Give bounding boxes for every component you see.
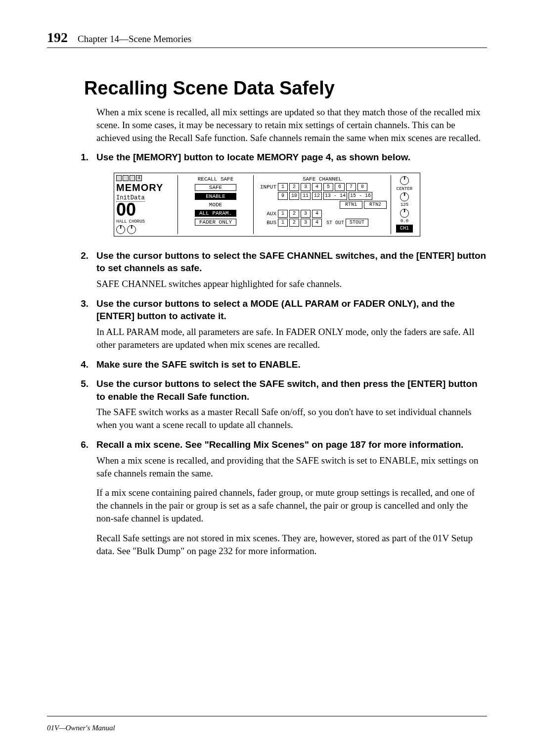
lcd-input-ch[interactable]: 11 bbox=[301, 192, 311, 200]
lcd-bus-label: BUS bbox=[258, 220, 276, 226]
lcd-input-ch[interactable]: 13 - 14 bbox=[323, 192, 347, 200]
step-number: 3. bbox=[47, 297, 96, 323]
steps-list: 1. Use the [MEMORY] button to locate MEM… bbox=[47, 151, 487, 557]
step-number: 2. bbox=[47, 249, 96, 275]
lcd-rtn2-switch[interactable]: RTN2 bbox=[364, 201, 387, 209]
lcd-center-label: CENTER bbox=[397, 187, 412, 191]
lcd-aux-label: AUX bbox=[258, 211, 276, 217]
step-body: In ALL PARAM mode, all parameters are sa… bbox=[96, 326, 487, 351]
lcd-input-ch[interactable]: 5 bbox=[323, 183, 333, 191]
lcd-input-ch[interactable]: 12 bbox=[312, 192, 322, 200]
lcd-hall-label: HALL bbox=[116, 219, 127, 224]
knob-icon bbox=[400, 192, 409, 201]
lcd-far-value: 0.0 bbox=[400, 219, 408, 224]
lcd-input-ch[interactable]: 4 bbox=[312, 183, 322, 191]
lcd-stout-label: ST OUT bbox=[326, 220, 344, 226]
lcd-rtn1-switch[interactable]: RTN1 bbox=[340, 201, 362, 209]
step-instruction: Use the [MEMORY] button to locate MEMORY… bbox=[96, 151, 487, 164]
lcd-aux-ch[interactable]: 4 bbox=[312, 210, 322, 218]
lcd-ch-indicator: CH1 bbox=[396, 225, 413, 233]
knob-icon bbox=[400, 176, 409, 185]
lcd-input-ch[interactable]: 9 bbox=[278, 192, 288, 200]
lcd-all-param-switch[interactable]: ALL PARAM. bbox=[195, 210, 236, 217]
lcd-input-ch[interactable]: 10 bbox=[289, 192, 299, 200]
step-instruction: Use the cursor buttons to select the SAF… bbox=[96, 378, 487, 403]
lcd-bus-ch[interactable]: 1 bbox=[278, 219, 288, 227]
step-number: 4. bbox=[47, 358, 96, 371]
step-body: SAFE CHANNEL switches appear highlighted… bbox=[96, 278, 487, 290]
step-body: The SAFE switch works as a master Recall… bbox=[96, 406, 487, 431]
lcd-bus-ch[interactable]: 3 bbox=[301, 219, 311, 227]
lcd-recall-safe-title: RECALL SAFE bbox=[198, 176, 234, 182]
lcd-input-ch[interactable]: 8 bbox=[357, 183, 367, 191]
step-number: 6. bbox=[47, 438, 96, 451]
lcd-input-ch[interactable]: 6 bbox=[335, 183, 345, 191]
lcd-input-label: INPUT bbox=[258, 184, 276, 190]
page-header: 192 Chapter 14—Scene Memories bbox=[47, 30, 487, 48]
step-body: If a mix scene containing paired channel… bbox=[96, 486, 487, 524]
page-number: 192 bbox=[47, 30, 68, 46]
intro-paragraph: When a mix scene is recalled, all mix se… bbox=[96, 106, 487, 144]
step-instruction: Make sure the SAFE switch is set to ENAB… bbox=[96, 358, 487, 371]
footer-text: 01V—Owner's Manual bbox=[47, 724, 115, 732]
lcd-safe-channel-header: SAFE CHANNEL bbox=[258, 176, 387, 182]
lcd-tab-active: 4 bbox=[136, 175, 141, 181]
lcd-input-ch[interactable]: 15 - 16 bbox=[349, 192, 372, 200]
lcd-chorus-label: CHORUS bbox=[129, 219, 145, 224]
knob-icon bbox=[116, 225, 125, 234]
chapter-title: Chapter 14—Scene Memories bbox=[78, 34, 191, 45]
lcd-fader-only-switch[interactable]: FADER ONLY bbox=[195, 219, 236, 226]
lcd-bus-ch[interactable]: 2 bbox=[289, 219, 299, 227]
step-body: When a mix scene is recalled, and provid… bbox=[96, 454, 487, 480]
step-instruction: Use the cursor buttons to select the SAF… bbox=[96, 249, 487, 275]
lcd-safe-switch[interactable]: SAFE bbox=[195, 184, 236, 191]
lcd-input-ch[interactable]: 1 bbox=[278, 183, 288, 191]
lcd-input-ch[interactable]: 3 bbox=[301, 183, 311, 191]
step-instruction: Use the cursor buttons to select a MODE … bbox=[96, 297, 487, 323]
section-heading: Recalling Scene Data Safely bbox=[84, 78, 487, 99]
lcd-aux-ch[interactable]: 3 bbox=[301, 210, 311, 218]
lcd-memory-label: MEMORY bbox=[116, 182, 176, 193]
knob-icon bbox=[400, 209, 409, 218]
lcd-stout-switch[interactable]: STOUT bbox=[346, 219, 368, 227]
lcd-scene-number: 00 bbox=[116, 202, 176, 218]
knob-icon bbox=[127, 225, 136, 234]
footer-rule bbox=[47, 716, 487, 716]
lcd-bus-ch[interactable]: 4 bbox=[312, 219, 322, 227]
step-instruction: Recall a mix scene. See "Recalling Mix S… bbox=[96, 438, 487, 451]
step-number: 1. bbox=[47, 151, 96, 164]
lcd-aux-ch[interactable]: 1 bbox=[278, 210, 288, 218]
step-body: Recall Safe settings are not stored in m… bbox=[96, 532, 487, 558]
lcd-input-ch[interactable]: 2 bbox=[289, 183, 299, 191]
lcd-aux-ch[interactable]: 2 bbox=[289, 210, 299, 218]
lcd-enable-switch[interactable]: ENABLE bbox=[195, 193, 236, 200]
lcd-mode-label: MODE bbox=[195, 202, 236, 208]
lcd-figure: 4 MEMORY InitData 00 HALL CHORUS bbox=[47, 173, 487, 236]
lcd-input-ch[interactable]: 7 bbox=[346, 183, 356, 191]
lcd-center-num: 125 bbox=[400, 202, 408, 207]
step-number: 5. bbox=[47, 378, 96, 403]
